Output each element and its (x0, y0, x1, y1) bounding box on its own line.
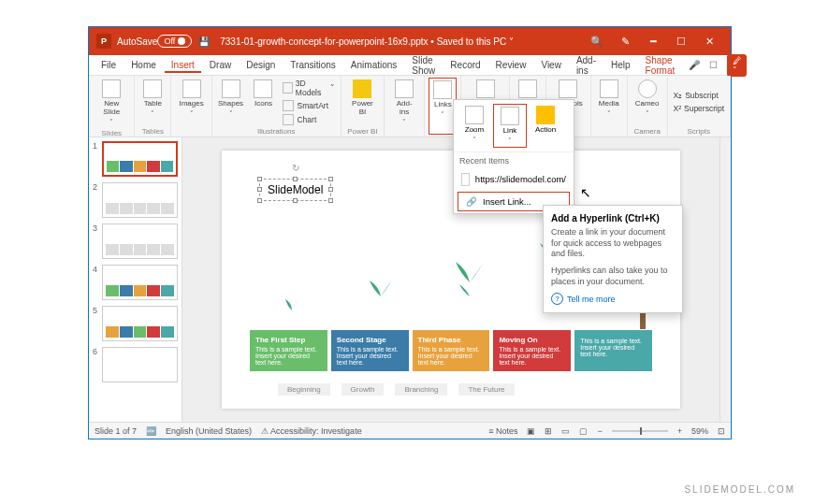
tab-slideshow[interactable]: Slide Show (405, 52, 442, 79)
zoom-slider[interactable] (612, 430, 668, 432)
tab-design[interactable]: Design (240, 57, 282, 73)
mic-icon[interactable]: 🎤 (685, 58, 704, 72)
powerpoint-icon: P (96, 34, 111, 49)
fit-button[interactable]: ⊡ (718, 426, 725, 436)
group-tables-label: Tables (138, 126, 167, 136)
notes-button[interactable]: ≡ Notes (488, 426, 517, 436)
group-images-label (175, 135, 207, 136)
tab-insert[interactable]: Insert (165, 57, 201, 73)
save-icon[interactable]: 💾 (197, 35, 211, 48)
thumbnail-4[interactable]: 4 (93, 265, 178, 300)
language-status[interactable]: English (United States) (166, 426, 252, 436)
close-button[interactable]: ✕ (695, 27, 723, 55)
card-5: This is a sample text. Insert your desir… (574, 330, 652, 371)
group-slides-label: Slides (93, 128, 130, 137)
thumbnail-5[interactable]: 5 (93, 306, 178, 341)
watermark: SLIDEMODEL.COM (684, 484, 795, 495)
spell-check-icon[interactable]: 🔤 (146, 426, 156, 436)
new-slide-button[interactable]: New Slide˅ (93, 78, 130, 128)
group-powerbi-label: Power BI (345, 126, 380, 136)
mouse-cursor: ↖ (580, 185, 591, 200)
tab-view[interactable]: View (534, 57, 568, 73)
window-title: 7331-01-growth-concept-for-powerpoint-16… (216, 36, 583, 47)
share-button[interactable]: 🖉 ˅ (727, 54, 747, 77)
vertical-scrollbar[interactable] (720, 137, 731, 422)
thumbnail-2[interactable]: 2 (93, 182, 178, 218)
pen-icon[interactable]: ✎ (611, 27, 639, 55)
group-illustrations-label: Illustrations (216, 126, 337, 136)
links-dropdown: Zoom˅ Link˅ Action Recent Items https://… (453, 99, 574, 214)
action-option[interactable]: Action (529, 104, 562, 148)
card-4: Moving OnThis is a sample text. Insert y… (493, 330, 571, 371)
group-camera-label: Camera (632, 126, 663, 136)
tell-me-more-link[interactable]: Tell me more (551, 293, 675, 305)
minimize-button[interactable]: ━ (639, 27, 667, 55)
tab-help[interactable]: Help (604, 57, 637, 73)
arrow-1: Beginning (278, 383, 330, 396)
cards-row: The First StepThis is a sample text. Ins… (250, 330, 652, 371)
comments-icon[interactable]: ☐ (705, 58, 721, 72)
arrows-row: Beginning Growth Branching The Future (278, 383, 624, 396)
recent-link-item[interactable]: https://slidemodel.com/ (454, 169, 574, 190)
smartart-button[interactable]: SmartArt (281, 99, 336, 112)
link-option[interactable]: Link˅ (493, 104, 527, 148)
zoom-level[interactable]: 59% (691, 426, 708, 436)
tab-home[interactable]: Home (124, 57, 163, 73)
zoom-in-button[interactable]: + (677, 426, 682, 436)
tab-record[interactable]: Record (443, 57, 487, 73)
tab-addins[interactable]: Add-ins (570, 52, 603, 79)
arrow-3: Branching (395, 383, 447, 396)
arrow-2: Growth (342, 383, 385, 396)
addins-button[interactable]: Add- ins˅ (388, 78, 420, 135)
card-1: The First StepThis is a sample text. Ins… (250, 330, 327, 371)
chart-button[interactable]: Chart (281, 113, 336, 126)
cameo-button[interactable]: Cameo˅ (632, 78, 663, 126)
images-button[interactable]: Images˅ (175, 78, 207, 135)
card-3: Third PhaseThis is a sample text. Insert… (413, 330, 490, 371)
thumbnail-1[interactable]: 1 (93, 141, 178, 177)
zoom-option[interactable]: Zoom˅ (458, 104, 491, 148)
tooltip-body-2: Hyperlinks can also take you to places i… (551, 266, 675, 287)
card-2: Second StageThis is a sample text. Inser… (331, 330, 409, 371)
slide-counter: Slide 1 of 7 (94, 426, 137, 436)
tab-review[interactable]: Review (489, 57, 533, 73)
superscript-button[interactable]: X² Superscript (672, 103, 727, 114)
selected-textbox[interactable]: SlideModel (259, 179, 331, 201)
view-sorter-icon[interactable]: ⊞ (545, 426, 552, 436)
3d-models-button[interactable]: 3D Models ˅ (281, 78, 336, 98)
tab-file[interactable]: File (94, 57, 123, 73)
autosave-toggle[interactable]: Off (157, 35, 192, 48)
ribbon: New Slide˅ Slides Table˅ Tables Images˅ … (89, 76, 731, 137)
view-slideshow-icon[interactable]: ▢ (579, 426, 588, 436)
thumbnail-6[interactable]: 6 (93, 347, 178, 382)
group-scripts-label: Scripts (672, 126, 727, 136)
title-bar: P AutoSave Off 💾 7331-01-growth-concept-… (89, 27, 731, 55)
tooltip-title: Add a Hyperlink (Ctrl+K) (551, 213, 675, 223)
group-addins-label (388, 135, 420, 136)
powerbi-button[interactable]: Power BI (345, 78, 380, 126)
accessibility-status[interactable]: ⚠ Accessibility: Investigate (261, 426, 362, 436)
thumbnail-3[interactable]: 3 (93, 223, 178, 259)
recent-items-header: Recent Items (454, 152, 574, 169)
view-normal-icon[interactable]: ▣ (527, 426, 535, 436)
shapes-button[interactable]: Shapes˅ (216, 78, 246, 126)
tab-shape-format[interactable]: Shape Format (639, 52, 682, 79)
arrow-4: The Future (458, 383, 514, 396)
tooltip-body-1: Create a link in your document for quick… (551, 227, 675, 260)
ribbon-tabs: File Home Insert Draw Design Transitions… (89, 55, 731, 76)
table-button[interactable]: Table˅ (138, 78, 167, 126)
subscript-button[interactable]: X₂ Subscript (672, 90, 727, 101)
tab-draw[interactable]: Draw (203, 57, 238, 73)
zoom-out-button[interactable]: − (597, 426, 602, 436)
maximize-button[interactable]: ☐ (667, 27, 695, 55)
tab-animations[interactable]: Animations (344, 57, 403, 73)
tab-transitions[interactable]: Transitions (283, 57, 342, 73)
view-reading-icon[interactable]: ▭ (561, 426, 570, 436)
icons-button[interactable]: Icons (249, 78, 277, 126)
hyperlink-tooltip: Add a Hyperlink (Ctrl+K) Create a link i… (543, 205, 683, 313)
media-button[interactable]: Media˅ (595, 78, 623, 136)
autosave-label: AutoSave (117, 36, 157, 47)
link-icon: 🔗 (466, 196, 477, 207)
search-icon[interactable]: 🔍 (583, 27, 611, 55)
slide-thumbnails[interactable]: 1 2 3 4 5 6 (89, 137, 182, 422)
